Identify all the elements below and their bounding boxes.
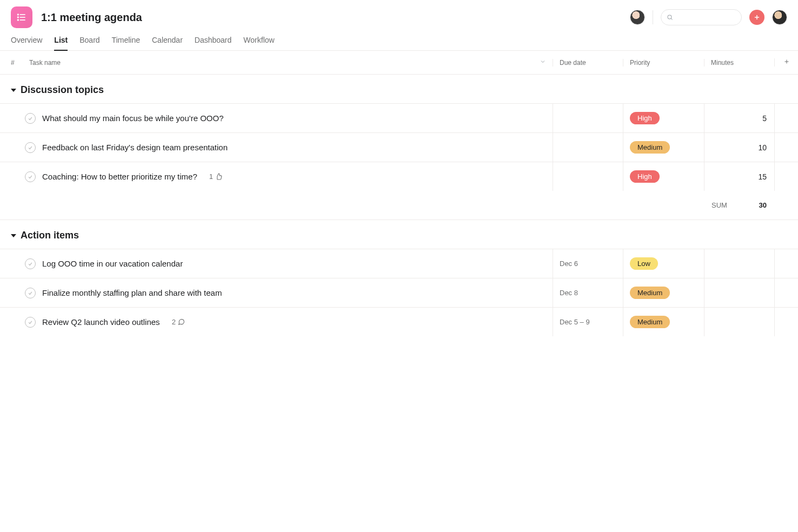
member-avatar[interactable] (630, 10, 645, 25)
cell-extra (774, 104, 798, 132)
task-priority[interactable]: Low (623, 249, 704, 278)
user-avatar[interactable] (772, 10, 787, 25)
cell-extra (774, 308, 798, 336)
plus-icon (753, 14, 761, 21)
task-row[interactable]: Finalize monthly staffing plan and share… (0, 278, 798, 307)
task-name[interactable]: Finalize monthly staffing plan and share… (42, 288, 222, 297)
comment-icon (178, 318, 185, 325)
plus-icon (783, 58, 790, 65)
like-count-value: 1 (209, 172, 213, 181)
complete-checkbox[interactable] (25, 317, 36, 328)
cell-extra (774, 133, 798, 162)
task-minutes[interactable]: 15 (704, 162, 774, 191)
view-tabs: Overview List Board Timeline Calendar Da… (0, 28, 798, 51)
task-due[interactable] (553, 104, 623, 132)
task-name[interactable]: What should my main focus be while you'r… (42, 114, 224, 123)
tab-board[interactable]: Board (79, 31, 99, 51)
task-priority[interactable]: High (623, 162, 704, 191)
task-minutes[interactable]: 10 (704, 133, 774, 162)
section-title: Discussion topics (21, 84, 104, 96)
tab-timeline[interactable]: Timeline (112, 31, 140, 51)
column-duedate[interactable]: Due date (553, 59, 623, 66)
task-minutes[interactable] (704, 249, 774, 278)
svg-point-3 (18, 17, 19, 18)
tab-overview[interactable]: Overview (11, 31, 42, 51)
project-title[interactable]: 1:1 meeting agenda (41, 11, 621, 24)
task-row[interactable]: What should my main focus be while you'r… (0, 103, 798, 132)
divider (653, 10, 653, 24)
cell-extra (774, 278, 798, 307)
add-button[interactable] (749, 10, 764, 25)
comment-count[interactable]: 2 (172, 318, 185, 326)
sum-row: SUM 30 (0, 191, 798, 220)
priority-pill: Medium (630, 141, 670, 154)
chevron-down-icon[interactable] (540, 58, 546, 66)
priority-pill: Medium (630, 287, 670, 299)
task-name[interactable]: Feedback on last Friday's design team pr… (42, 143, 228, 152)
task-due[interactable] (553, 162, 623, 191)
task-name[interactable]: Review Q2 launch video outlines (42, 317, 160, 327)
tab-calendar[interactable]: Calendar (152, 31, 183, 51)
task-due[interactable]: Dec 6 (553, 249, 623, 278)
priority-pill: High (630, 170, 660, 183)
complete-checkbox[interactable] (25, 288, 36, 298)
task-row[interactable]: Feedback on last Friday's design team pr… (0, 132, 798, 162)
task-row[interactable]: Review Q2 launch video outlines 2 Dec 5 … (0, 307, 798, 336)
section-header-action-items[interactable]: Action items (0, 220, 798, 249)
sum-value: 30 (759, 201, 767, 209)
task-due[interactable] (553, 133, 623, 162)
section-title: Action items (21, 230, 79, 241)
search-input[interactable] (676, 14, 736, 22)
like-count[interactable]: 1 (209, 172, 222, 181)
column-minutes[interactable]: Minutes (704, 59, 774, 66)
section-header-discussion[interactable]: Discussion topics (0, 75, 798, 103)
complete-checkbox[interactable] (25, 113, 36, 124)
complete-checkbox[interactable] (25, 142, 36, 153)
column-taskname[interactable]: Task name (29, 58, 553, 66)
task-due[interactable]: Dec 5 – 9 (553, 308, 623, 336)
tab-list[interactable]: List (54, 31, 68, 51)
search-icon (667, 14, 673, 21)
comment-count-value: 2 (172, 318, 176, 326)
task-priority[interactable]: High (623, 104, 704, 132)
caret-down-icon (11, 234, 16, 237)
cell-extra (774, 249, 798, 278)
task-name[interactable]: Log OOO time in our vacation calendar (42, 259, 183, 268)
task-priority[interactable]: Medium (623, 278, 704, 307)
column-priority[interactable]: Priority (623, 59, 704, 66)
thumbs-up-icon (215, 173, 222, 180)
column-taskname-label: Task name (29, 59, 61, 66)
priority-pill: Medium (630, 316, 670, 328)
svg-point-1 (18, 14, 19, 15)
column-headers: # Task name Due date Priority Minutes (0, 51, 798, 75)
task-due[interactable]: Dec 8 (553, 278, 623, 307)
sum-label: SUM (711, 201, 727, 209)
svg-point-5 (18, 19, 19, 21)
caret-down-icon (11, 89, 16, 92)
task-row[interactable]: Coaching: How to better prioritize my ti… (0, 162, 798, 191)
priority-pill: High (630, 112, 660, 124)
task-priority[interactable]: Medium (623, 308, 704, 336)
task-name[interactable]: Coaching: How to better prioritize my ti… (42, 172, 197, 181)
tab-dashboard[interactable]: Dashboard (195, 31, 232, 51)
svg-point-6 (668, 15, 671, 19)
task-minutes[interactable] (704, 308, 774, 336)
task-priority[interactable]: Medium (623, 133, 704, 162)
complete-checkbox[interactable] (25, 258, 36, 269)
search-box[interactable] (661, 9, 742, 25)
task-minutes[interactable]: 5 (704, 104, 774, 132)
tab-workflow[interactable]: Workflow (243, 31, 274, 51)
header: 1:1 meeting agenda (0, 0, 798, 28)
task-minutes[interactable] (704, 278, 774, 307)
add-column-button[interactable] (774, 58, 798, 66)
header-right (630, 9, 787, 25)
cell-extra (774, 162, 798, 191)
task-row[interactable]: Log OOO time in our vacation calendar De… (0, 249, 798, 278)
complete-checkbox[interactable] (25, 171, 36, 182)
svg-line-7 (671, 18, 672, 19)
column-number[interactable]: # (11, 59, 29, 66)
project-icon[interactable] (11, 6, 32, 28)
priority-pill: Low (630, 257, 658, 270)
